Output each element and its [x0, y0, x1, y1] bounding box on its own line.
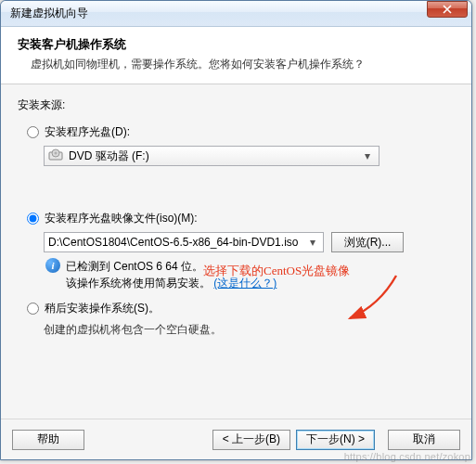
header-title: 安装客户机操作系统 [18, 36, 455, 53]
wizard-header: 安装客户机操作系统 虚拟机如同物理机，需要操作系统。您将如何安装客户机操作系统？ [1, 27, 471, 84]
titlebar: 新建虚拟机向导 [1, 1, 471, 27]
wizard-footer: 帮助 < 上一步(B) 下一步(N) > 取消 [1, 419, 471, 459]
radio-iso[interactable] [27, 213, 39, 225]
chevron-down-icon: ▾ [360, 149, 375, 162]
option-disc[interactable]: 安装程序光盘(D): [27, 124, 455, 140]
browse-button[interactable]: 浏览(R)... [331, 232, 404, 252]
iso-path-combo[interactable]: D:\CentOS1804\CentOS-6.5-x86_64-bin-DVD1… [44, 232, 324, 252]
back-button[interactable]: < 上一步(B) [212, 430, 290, 450]
iso-path-text: D:\CentOS1804\CentOS-6.5-x86_64-bin-DVD1… [48, 236, 306, 249]
help-button[interactable]: 帮助 [12, 430, 84, 450]
window-title: 新建虚拟机向导 [10, 6, 427, 21]
next-button[interactable]: 下一步(N) > [296, 430, 375, 450]
dvd-drive-text: DVD 驱动器 (F:) [69, 148, 360, 164]
option-iso[interactable]: 安装程序光盘映像文件(iso)(M): [27, 211, 455, 226]
option-iso-label: 安装程序光盘映像文件(iso)(M): [45, 211, 198, 226]
chevron-down-icon: ▾ [306, 236, 319, 249]
radio-later[interactable] [27, 303, 39, 315]
option-disc-label: 安装程序光盘(D): [45, 124, 130, 140]
option-later-sub: 创建的虚拟机将包含一个空白硬盘。 [44, 322, 455, 338]
annotation-text: 选择下载的CentOS光盘镜像 [203, 263, 350, 279]
cancel-button[interactable]: 取消 [388, 430, 460, 450]
radio-disc[interactable] [27, 126, 39, 138]
close-button[interactable] [427, 1, 468, 18]
dvd-icon [48, 148, 63, 164]
dvd-drive-dropdown[interactable]: DVD 驱动器 (F:) ▾ [44, 146, 380, 166]
svg-point-2 [55, 152, 57, 154]
option-later[interactable]: 稍后安装操作系统(S)。 [27, 301, 455, 316]
header-subtitle: 虚拟机如同物理机，需要操作系统。您将如何安装客户机操作系统？ [18, 57, 455, 72]
info-icon: i [45, 258, 60, 273]
close-icon [443, 5, 452, 14]
install-source-label: 安装来源: [18, 97, 455, 113]
wizard-body: 安装来源: 安装程序光盘(D): DVD 驱动器 (F:) ▾ 选择下载的Cen… [1, 84, 471, 419]
option-later-label: 稍后安装操作系统(S)。 [45, 301, 160, 316]
wizard-window: 新建虚拟机向导 安装客户机操作系统 虚拟机如同物理机，需要操作系统。您将如何安装… [0, 0, 472, 460]
info-line-2: 该操作系统将使用简易安装。 [66, 277, 211, 290]
